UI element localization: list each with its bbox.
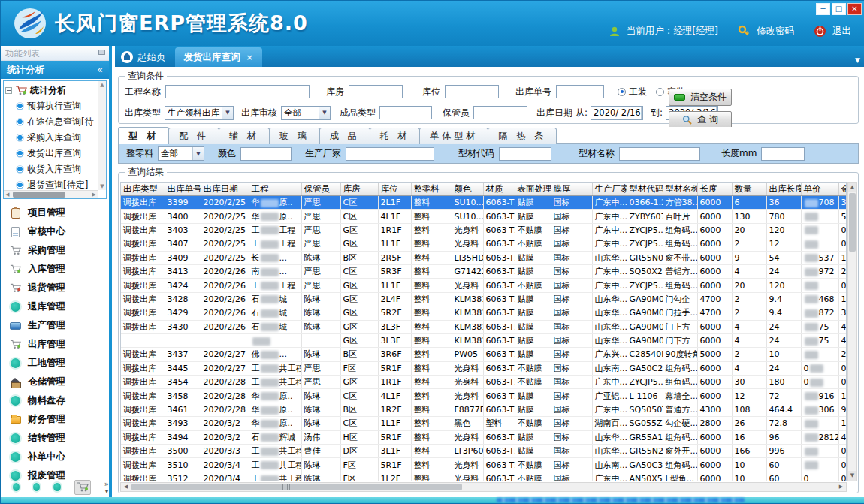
tree-root-item[interactable]: 统计分析: [5, 83, 97, 98]
column-header-金[interactable]: 金: [838, 183, 847, 196]
table-row[interactable]: 调拨出库35122020/3/4工共工程陈琳F区1L2F整料光身料6063-T5…: [121, 472, 847, 481]
audit-select[interactable]: 全部▼: [281, 106, 331, 120]
material-tab-单体型材[interactable]: 单体型材: [419, 128, 488, 144]
keeper-input[interactable]: [473, 106, 527, 119]
tab-list-dropdown-icon[interactable]: ▼: [855, 56, 860, 64]
table-row[interactable]: 调拨出库34582020/2/28华原..陈琳C区4L1F整料光身料6063-T…: [121, 389, 847, 403]
scroll-left-icon[interactable]: ◀: [5, 191, 9, 199]
column-header-颜色[interactable]: 颜色: [452, 183, 483, 196]
tree-vertical-scrollbar[interactable]: ▲ ▼: [98, 81, 106, 190]
column-header-长度[interactable]: 长度: [697, 183, 732, 196]
module-dot-icon[interactable]: [13, 483, 20, 491]
tree-item-退货查询待定[interactable]: 退货查询[待定]: [5, 177, 97, 189]
column-header-出库单号[interactable]: 出库单号: [165, 183, 201, 196]
scroll-up-icon[interactable]: ▲: [98, 82, 106, 88]
column-header-库位[interactable]: 库位: [378, 183, 411, 196]
scroll-left-icon[interactable]: ◀: [121, 483, 131, 491]
date-from-picker[interactable]: 2020/ 2/16▼: [591, 106, 643, 120]
radio-gongzhuang[interactable]: [618, 88, 626, 96]
warehouse-input[interactable]: [349, 85, 403, 98]
column-header-数量[interactable]: 数量: [732, 183, 766, 196]
table-row[interactable]: G区3L3F整料KLM38176063-T5贴膜国标山东华...GA90M09.…: [121, 333, 847, 347]
search-button[interactable]: 查 询: [669, 111, 732, 128]
material-tab-玻璃[interactable]: 玻 璃: [269, 128, 320, 144]
column-header-保管员[interactable]: 保管员: [301, 183, 340, 196]
whole-part-select[interactable]: 全部▼: [158, 146, 204, 161]
tree-item-在途信息查询待[interactable]: 在途信息查询[待: [5, 114, 97, 130]
sidebar-module-仓储管理[interactable]: 仓储管理: [1, 373, 109, 391]
length-input[interactable]: [761, 147, 805, 161]
table-row[interactable]: 调拨出库34242020/2/26工工程严思G区1L1F整料光身料6063-T5…: [121, 279, 847, 292]
sidebar-module-财务管理[interactable]: 财务管理: [1, 410, 109, 429]
table-row[interactable]: 调拨出库34002020/2/25华原..严思C区4L1F整料SU10...60…: [121, 210, 847, 223]
cart-module-button[interactable]: [74, 480, 91, 495]
table-row[interactable]: 调拨出库34282020/2/26石城陈琳G区2L4F整料KLM38176063…: [121, 292, 847, 306]
table-row[interactable]: 调拨出库34542020/2/28工共工程严思G区1R1F整料光身料6063-T…: [121, 376, 847, 389]
tab-home[interactable]: 起始页: [115, 47, 175, 67]
tree-item-发货出库查询[interactable]: 发货出库查询: [5, 146, 97, 161]
material-tab-成品[interactable]: 成 品: [319, 128, 370, 144]
profile-name-input[interactable]: [619, 147, 700, 161]
column-header-出库类型[interactable]: 出库类型: [121, 183, 165, 196]
table-row[interactable]: 调拨出库35102020/3/4工共工程陈琳F区5R1F整料光身料6063-T5…: [121, 458, 847, 472]
column-header-材质[interactable]: 材质: [483, 183, 515, 196]
grid-vertical-scrollbar[interactable]: ▲ ▼: [847, 182, 857, 481]
material-tab-隔热条[interactable]: 隔 热 条: [488, 128, 557, 144]
table-row[interactable]: 调拨出库33992020/2/25华原..严思C区2L1F整料SU10...60…: [121, 196, 847, 210]
column-header-出库长度[interactable]: 出库长度: [766, 183, 801, 196]
table-row[interactable]: 调拨出库34092020/2/25长...陈琳B区2R5F整料LI35HD606…: [121, 251, 847, 264]
product-type-input[interactable]: [379, 106, 432, 119]
module-dot-icon[interactable]: [33, 483, 40, 491]
table-row[interactable]: 调拨出库34132020/2/26南...严思C区5R3F整料G71422606…: [121, 264, 847, 278]
table-row[interactable]: 调拨出库34372020/2/27佛...陈琳B区3R6F整料PW056063-…: [121, 348, 847, 361]
sidebar-module-项目管理[interactable]: 项目管理: [1, 204, 109, 222]
tree-item-收货入库查询[interactable]: 收货入库查询: [5, 161, 97, 177]
column-header-库房[interactable]: 库房: [340, 183, 378, 196]
table-row[interactable]: 调拨出库34612020/2/28华原..陈琳B区1R2F整料F8877FT60…: [121, 403, 847, 416]
table-row[interactable]: 调拨出库34932020/3/2华原..陈琳C区1L1F整料黑色塑料不贴膜国标湖…: [121, 417, 847, 430]
column-header-型材代码[interactable]: 型材代码: [627, 183, 663, 196]
column-header-生产厂家[interactable]: 生产厂家: [592, 183, 627, 196]
table-row[interactable]: 调拨出库34302020/2/26石城陈琳G区3L3F整料KLM38176063…: [121, 320, 847, 333]
scroll-right-icon[interactable]: ▶: [92, 191, 96, 199]
scroll-down-icon[interactable]: ▼: [848, 471, 856, 481]
sidebar-module-补单中心[interactable]: 补单中心: [1, 448, 109, 466]
sidebar-section-header[interactable]: 统计分析 «: [1, 61, 109, 79]
column-header-膜厚[interactable]: 膜厚: [551, 183, 592, 196]
sidebar-module-退货管理[interactable]: 退货管理: [1, 279, 109, 297]
radio-jiazhuang[interactable]: [656, 88, 664, 96]
scroll-down-icon[interactable]: ▼: [98, 183, 106, 189]
tree-item-采购入库查询[interactable]: 采购入库查询: [5, 130, 97, 146]
logout-link[interactable]: 退出: [832, 25, 851, 38]
scroll-up-icon[interactable]: ▲: [848, 183, 856, 192]
sidebar-module-退库管理[interactable]: 退库管理: [1, 297, 109, 316]
outbound-type-select[interactable]: 生产领料出库▼: [165, 106, 234, 120]
table-row[interactable]: 调拨出库35002020/3/3工共工程曹佳D区3L1F整料LT3P606063…: [121, 445, 847, 458]
tab-close-icon[interactable]: ×: [246, 53, 253, 62]
sidebar-module-出库管理[interactable]: 出库管理: [1, 335, 109, 354]
more-modules-button[interactable]: »▾: [104, 481, 109, 494]
tree-expander-icon[interactable]: [5, 87, 12, 94]
sidebar-module-结转管理[interactable]: 结转管理: [1, 429, 109, 448]
sidebar-module-生产管理[interactable]: 生产管理: [1, 316, 109, 335]
change-password-link[interactable]: 修改密码: [757, 25, 794, 38]
maximize-button[interactable]: □: [832, 3, 846, 15]
location-input[interactable]: [445, 85, 499, 98]
sidebar-module-工地管理[interactable]: 工地管理: [1, 354, 109, 373]
column-header-表面处理[interactable]: 表面处理: [515, 183, 551, 196]
table-row[interactable]: 调拨出库34032020/2/25工工程严思G区1R1F整料光身料6063-T5…: [121, 223, 847, 237]
table-row[interactable]: 调拨出库34072020/2/25工工程严思G区1L1F整料光身料6063-T5…: [121, 237, 847, 251]
project-name-input[interactable]: [165, 85, 310, 98]
clear-conditions-button[interactable]: 清空条件: [669, 89, 732, 106]
order-no-input[interactable]: [556, 85, 604, 98]
manufacturer-input[interactable]: [346, 147, 434, 161]
scrollbar-thumb[interactable]: [131, 484, 462, 490]
tree-horizontal-scrollbar[interactable]: ◀ ▶: [4, 190, 98, 198]
tab-shipment-outbound-query[interactable]: 发货出库查询 ×: [175, 47, 262, 67]
minimize-button[interactable]: ─: [816, 3, 830, 15]
scroll-right-icon[interactable]: ▶: [836, 483, 846, 491]
column-header-出库日期[interactable]: 出库日期: [201, 183, 249, 196]
column-header-单价[interactable]: 单价: [801, 183, 838, 196]
scrollbar-thumb[interactable]: [13, 192, 65, 198]
table-row[interactable]: 调拨出库34292020/2/26石城陈琳G区5R2F整料KLM38176063…: [121, 306, 847, 320]
